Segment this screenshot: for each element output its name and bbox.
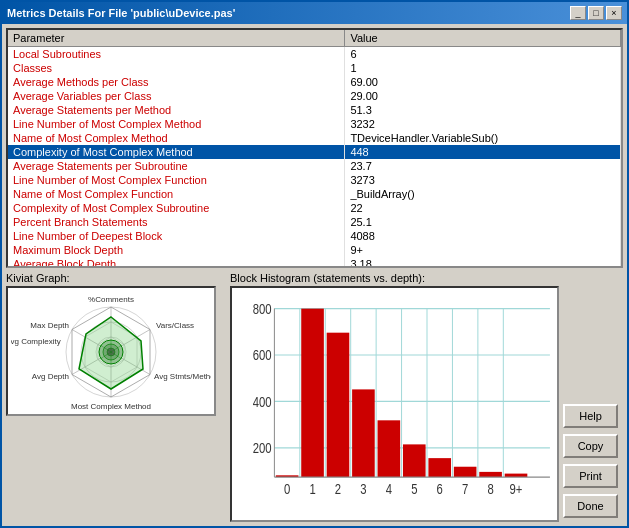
histogram-section: Block Histogram (statements vs. depth): … bbox=[230, 272, 559, 522]
table-cell-param: Name of Most Complex Function bbox=[8, 187, 345, 201]
svg-text:6: 6 bbox=[437, 482, 443, 497]
table-cell-value: 29.00 bbox=[345, 89, 621, 103]
table-cell-value: 22 bbox=[345, 201, 621, 215]
title-bar: Metrics Details For File 'public\uDevice… bbox=[2, 2, 627, 24]
table-row[interactable]: Average Block Depth3.18 bbox=[8, 257, 621, 268]
table-row[interactable]: Average Statements per Subroutine23.7 bbox=[8, 159, 621, 173]
main-content: Parameter Value Local Subroutines6Classe… bbox=[2, 24, 627, 526]
svg-text:0: 0 bbox=[284, 482, 290, 497]
table-cell-value: 448 bbox=[345, 145, 621, 159]
minimize-button[interactable]: _ bbox=[570, 6, 586, 20]
graphs-section: Kiviat Graph: bbox=[6, 272, 559, 522]
window-title: Metrics Details For File 'public\uDevice… bbox=[7, 7, 235, 19]
help-button[interactable]: Help bbox=[563, 404, 618, 428]
svg-text:Most Complex Method: Most Complex Method bbox=[71, 402, 151, 411]
table-cell-value: 6 bbox=[345, 47, 621, 62]
table-row[interactable]: Complexity of Most Complex Subroutine22 bbox=[8, 201, 621, 215]
table-row[interactable]: Percent Branch Statements25.1 bbox=[8, 215, 621, 229]
svg-text:Avg Complexity: Avg Complexity bbox=[11, 337, 61, 346]
buttons-section: Help Copy Print Done bbox=[563, 272, 623, 522]
svg-text:400: 400 bbox=[253, 395, 272, 410]
close-button[interactable]: × bbox=[606, 6, 622, 20]
svg-rect-52 bbox=[454, 467, 477, 477]
table-row[interactable]: Line Number of Most Complex Function3273 bbox=[8, 173, 621, 187]
svg-text:8: 8 bbox=[487, 482, 493, 497]
table-row[interactable]: Maximum Block Depth9+ bbox=[8, 243, 621, 257]
table-cell-param: Line Number of Most Complex Method bbox=[8, 117, 345, 131]
table-cell-value: 3232 bbox=[345, 117, 621, 131]
table-row[interactable]: Local Subroutines6 bbox=[8, 47, 621, 62]
table-row[interactable]: Classes1 bbox=[8, 61, 621, 75]
table-cell-param: Line Number of Deepest Block bbox=[8, 229, 345, 243]
table-row[interactable]: Name of Most Complex MethodTDeviceHandle… bbox=[8, 131, 621, 145]
svg-rect-26 bbox=[232, 288, 557, 520]
table-cell-value: 23.7 bbox=[345, 159, 621, 173]
svg-text:7: 7 bbox=[462, 482, 468, 497]
table-row[interactable]: Line Number of Deepest Block4088 bbox=[8, 229, 621, 243]
svg-text:200: 200 bbox=[253, 441, 272, 456]
table-cell-value: 4088 bbox=[345, 229, 621, 243]
svg-text:2: 2 bbox=[335, 482, 341, 497]
table-cell-param: Average Methods per Class bbox=[8, 75, 345, 89]
kiviat-graph: %Comments Vars/Class Avg Stmts/Method Mo… bbox=[6, 286, 216, 416]
svg-text:Vars/Class: Vars/Class bbox=[156, 321, 194, 330]
svg-text:800: 800 bbox=[253, 302, 272, 317]
table-cell-param: Complexity of Most Complex Method bbox=[8, 145, 345, 159]
svg-text:%Comments: %Comments bbox=[88, 295, 134, 304]
title-bar-controls: _ □ × bbox=[570, 6, 622, 20]
svg-text:600: 600 bbox=[253, 348, 272, 363]
main-window: Metrics Details For File 'public\uDevice… bbox=[0, 0, 629, 528]
svg-rect-50 bbox=[403, 444, 426, 477]
table-row[interactable]: Complexity of Most Complex Method448 bbox=[8, 145, 621, 159]
bottom-section: Kiviat Graph: bbox=[6, 272, 623, 522]
kiviat-section: Kiviat Graph: bbox=[6, 272, 226, 522]
svg-text:3: 3 bbox=[360, 482, 366, 497]
svg-text:Avg Depth: Avg Depth bbox=[32, 372, 69, 381]
svg-rect-53 bbox=[479, 472, 502, 477]
print-button[interactable]: Print bbox=[563, 464, 618, 488]
table-cell-param: Average Statements per Method bbox=[8, 103, 345, 117]
svg-rect-51 bbox=[428, 458, 451, 477]
table-cell-value: 51.3 bbox=[345, 103, 621, 117]
kiviat-svg: %Comments Vars/Class Avg Stmts/Method Mo… bbox=[11, 289, 211, 414]
copy-button[interactable]: Copy bbox=[563, 434, 618, 458]
table-row[interactable]: Average Methods per Class69.00 bbox=[8, 75, 621, 89]
table-cell-value: 1 bbox=[345, 61, 621, 75]
table-cell-value: _BuildArray() bbox=[345, 187, 621, 201]
metrics-table-container[interactable]: Parameter Value Local Subroutines6Classe… bbox=[6, 28, 623, 268]
table-cell-value: 25.1 bbox=[345, 215, 621, 229]
table-cell-param: Maximum Block Depth bbox=[8, 243, 345, 257]
done-button[interactable]: Done bbox=[563, 494, 618, 518]
table-cell-value: 69.00 bbox=[345, 75, 621, 89]
table-row[interactable]: Average Variables per Class29.00 bbox=[8, 89, 621, 103]
histogram-svg: 800 600 400 200 bbox=[232, 288, 557, 520]
table-cell-value: 9+ bbox=[345, 243, 621, 257]
table-cell-param: Name of Most Complex Method bbox=[8, 131, 345, 145]
table-cell-param: Complexity of Most Complex Subroutine bbox=[8, 201, 345, 215]
table-cell-param: Classes bbox=[8, 61, 345, 75]
table-header-row: Parameter Value bbox=[8, 30, 621, 47]
table-cell-value: TDeviceHandler.VariableSub() bbox=[345, 131, 621, 145]
histogram-graph: 800 600 400 200 bbox=[230, 286, 559, 522]
column-header-value: Value bbox=[345, 30, 621, 47]
table-cell-param: Local Subroutines bbox=[8, 47, 345, 62]
table-cell-param: Average Block Depth bbox=[8, 257, 345, 268]
histogram-label: Block Histogram (statements vs. depth): bbox=[230, 272, 559, 284]
table-row[interactable]: Name of Most Complex Function_BuildArray… bbox=[8, 187, 621, 201]
table-cell-param: Line Number of Most Complex Function bbox=[8, 173, 345, 187]
table-cell-param: Average Variables per Class bbox=[8, 89, 345, 103]
maximize-button[interactable]: □ bbox=[588, 6, 604, 20]
svg-text:4: 4 bbox=[386, 482, 392, 497]
svg-rect-48 bbox=[352, 389, 375, 477]
svg-rect-47 bbox=[327, 333, 350, 477]
svg-rect-46 bbox=[301, 309, 324, 477]
svg-text:5: 5 bbox=[411, 482, 417, 497]
table-cell-param: Percent Branch Statements bbox=[8, 215, 345, 229]
svg-text:9+: 9+ bbox=[510, 482, 523, 497]
table-cell-value: 3273 bbox=[345, 173, 621, 187]
metrics-table: Parameter Value Local Subroutines6Classe… bbox=[8, 30, 621, 268]
kiviat-label: Kiviat Graph: bbox=[6, 272, 226, 284]
svg-text:1: 1 bbox=[309, 482, 315, 497]
table-row[interactable]: Line Number of Most Complex Method3232 bbox=[8, 117, 621, 131]
table-row[interactable]: Average Statements per Method51.3 bbox=[8, 103, 621, 117]
